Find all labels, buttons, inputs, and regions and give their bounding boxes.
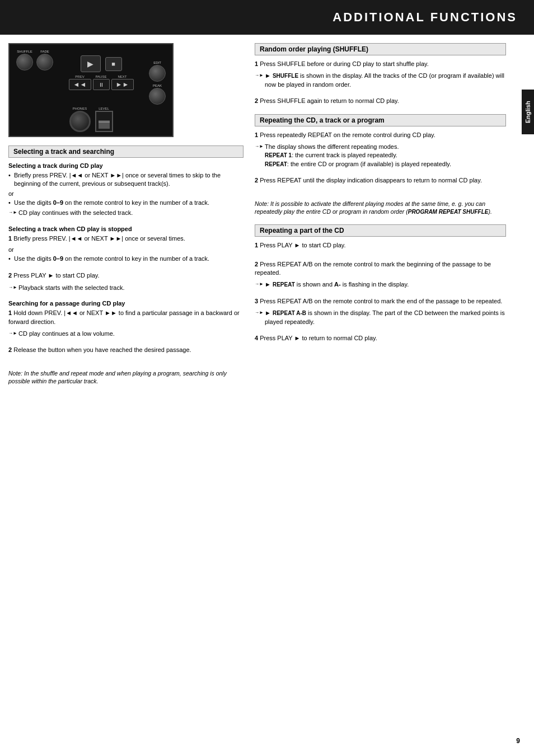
repeat-arrow-1: The display shows the different repeatin… xyxy=(255,143,506,168)
peak-label: PEAK xyxy=(153,84,162,87)
prev-button[interactable]: ◄◄ xyxy=(69,79,91,90)
repeat-note: Note: It is possible to activate the dif… xyxy=(255,200,506,217)
play-button[interactable]: ▶ xyxy=(81,55,101,72)
part-step-2: 2 Press REPEAT A/B on the remote control… xyxy=(255,260,506,278)
random-step-2: 2 Press SHUFFLE again to return to norma… xyxy=(255,97,506,105)
arrow-3: CD play continues at a low volume. xyxy=(8,330,243,338)
track-when-stopped: Selecting a track when CD play is stoppe… xyxy=(8,226,243,293)
repeat-header: Repeating the CD, a track or a program xyxy=(255,114,506,126)
next-label: NEXT xyxy=(118,75,127,78)
random-section: Random order playing (SHUFFLE) 1 Press S… xyxy=(255,43,506,106)
part-step-1: 1 Press PLAY ► to start CD play. xyxy=(255,241,506,250)
shuffle-label: SHUFFLE xyxy=(17,50,32,53)
or-1: or xyxy=(8,190,243,197)
phones-label: PHONES xyxy=(73,107,87,110)
bullet-3: Use the digits 0–9 on the remote control… xyxy=(8,255,243,263)
headphone-jack xyxy=(69,111,91,132)
part-step-3: 3 Press REPEAT A/B on the remote control… xyxy=(255,297,506,306)
selecting-track-header: Selecting a track and searching xyxy=(8,145,243,158)
left-column: SHUFFLE FADE ▶ ■ xyxy=(8,43,243,394)
stopped-step-1: 1 Briefly press PREV. |◄◄ or NEXT ►►| on… xyxy=(8,234,243,243)
edit-knob xyxy=(149,65,166,82)
right-column: Random order playing (SHUFFLE) 1 Press S… xyxy=(255,43,523,394)
pause-button[interactable]: ⏸ xyxy=(93,79,110,90)
fade-knob xyxy=(36,54,53,71)
page-header: ADDITIONAL FUNCTIONS xyxy=(0,0,534,35)
track-during-play: Selecting a track during CD play Briefly… xyxy=(8,162,243,218)
repeat-part-header: Repeating a part of the CD xyxy=(255,224,506,237)
prev-label: PREV xyxy=(75,75,84,78)
repeat-step-2: 2 Press REPEAT until the display indicat… xyxy=(255,176,506,185)
level-control[interactable] xyxy=(95,111,113,132)
stopped-step-2: 2 Press PLAY ► to start CD play. xyxy=(8,271,243,280)
repeat-part-section: Repeating a part of the CD 1 Press PLAY … xyxy=(255,224,506,342)
next-button[interactable]: ►► xyxy=(111,79,134,90)
part-arrow-3: ► REPEAT A-B is shown in the display. Th… xyxy=(255,309,506,326)
subsection-title-1: Selecting a track during CD play xyxy=(8,162,243,169)
search-step-1: 1 Hold down PREV. |◄◄ or NEXT ►► to find… xyxy=(8,309,243,326)
random-step-1: 1 Press SHUFFLE before or during CD play… xyxy=(255,60,506,68)
repeat-section: Repeating the CD, a track or a program 1… xyxy=(255,114,506,217)
searching-section: Searching for a passage during CD play 1… xyxy=(8,300,243,355)
subsection-title-2: Selecting a track when CD play is stoppe… xyxy=(8,226,243,232)
random-header: Random order playing (SHUFFLE) xyxy=(255,43,506,55)
level-line xyxy=(99,121,110,123)
subsection-title-3: Searching for a passage during CD play xyxy=(8,300,243,307)
or-2: or xyxy=(8,246,243,253)
bullet-2: Use the digits 0–9 on the remote control… xyxy=(8,199,243,207)
main-content: SHUFFLE FADE ▶ ■ xyxy=(0,35,534,402)
page-title: ADDITIONAL FUNCTIONS xyxy=(332,10,517,24)
device-image: SHUFFLE FADE ▶ ■ xyxy=(8,43,174,137)
fade-label: FADE xyxy=(40,50,49,53)
selecting-track-section: Selecting a track and searching Selectin… xyxy=(8,145,243,386)
part-step-4: 4 Press PLAY ► to return to normal CD pl… xyxy=(255,334,506,342)
random-arrow-1: ► SHUFFLE is shown in the display. All t… xyxy=(255,72,506,89)
arrow-1: CD play continues with the selected trac… xyxy=(8,209,243,217)
pause-label: PAUSE xyxy=(96,75,107,78)
level-label: LEVEL xyxy=(99,107,109,110)
repeat-step-1: 1 Press repeatedly REPEAT on the remote … xyxy=(255,131,506,139)
arrow-2: Playback starts with the selected track. xyxy=(8,284,243,292)
stop-button[interactable]: ■ xyxy=(105,57,122,71)
peak-knob xyxy=(149,88,166,105)
search-step-2: 2 Release the button when you have reach… xyxy=(8,346,243,354)
page-number: 9 xyxy=(516,737,520,745)
bullet-1: Briefly press PREV. |◄◄ or NEXT ►►| once… xyxy=(8,171,243,189)
shuffle-knob xyxy=(16,54,33,71)
edit-label: EDIT xyxy=(153,61,161,64)
left-note: Note: In the shuffle and repeat mode and… xyxy=(8,369,243,386)
english-tab: English xyxy=(522,90,534,134)
part-arrow-2: ► REPEAT is shown and A- is flashing in … xyxy=(255,280,506,289)
